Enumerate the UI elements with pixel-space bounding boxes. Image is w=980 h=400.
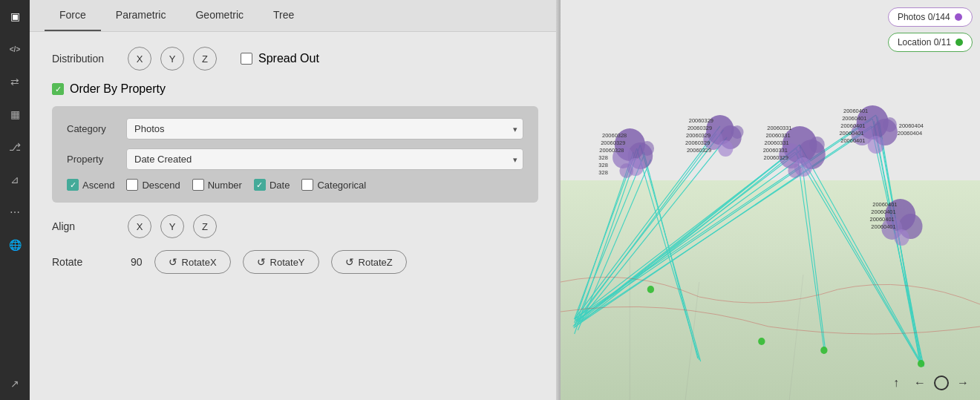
hierarchy-icon[interactable]: ⎇ xyxy=(4,137,25,157)
number-checkbox[interactable] xyxy=(192,179,204,191)
rotate-z-icon: ↺ xyxy=(345,256,354,268)
svg-text:20060328: 20060328 xyxy=(602,132,627,139)
svg-text:20060404: 20060404 xyxy=(898,130,923,137)
svg-point-70 xyxy=(883,117,897,132)
property-select[interactable]: Date Created Date Modified File Size Nam… xyxy=(126,148,523,170)
rotate-x-icon: ↺ xyxy=(169,256,177,268)
svg-point-49 xyxy=(731,125,744,139)
rotate-x-button[interactable]: ↺ RotateX xyxy=(154,250,231,274)
main-panel: Force Parametric Geometric Tree Distribu… xyxy=(30,0,561,400)
distribution-row: Distribution X Y Z Spread Out xyxy=(52,47,538,71)
svg-point-59 xyxy=(809,137,825,153)
svg-text:20060329: 20060329 xyxy=(687,147,711,154)
category-row: Category Photos Location Tags ▾ xyxy=(67,118,523,140)
location-badge[interactable]: Location 0/11 xyxy=(888,33,973,52)
tab-geometric[interactable]: Geometric xyxy=(180,0,258,31)
axis-x-button[interactable]: X xyxy=(128,47,151,71)
ascend-checkbox[interactable] xyxy=(67,179,79,191)
tab-bar: Force Parametric Geometric Tree xyxy=(30,0,561,32)
ascend-label: Ascend xyxy=(82,180,114,191)
tab-tree[interactable]: Tree xyxy=(258,0,309,31)
svg-text:20060329: 20060329 xyxy=(685,140,710,146)
transfer-icon[interactable]: ⇄ xyxy=(4,71,25,92)
svg-point-69 xyxy=(868,136,884,154)
align-z-button[interactable]: Z xyxy=(193,214,217,238)
number-label: Number xyxy=(208,180,242,191)
nav-right-icon[interactable]: → xyxy=(953,373,973,393)
file-icon[interactable]: ▣ xyxy=(4,6,25,27)
rotate-value: 90 xyxy=(131,256,143,268)
align-y-button[interactable]: Y xyxy=(160,214,184,238)
export-icon[interactable]: ↗ xyxy=(4,373,25,394)
panel-content: Distribution X Y Z Spread Out Order By P… xyxy=(30,32,561,400)
svg-text:20060401: 20060401 xyxy=(872,201,897,208)
code-icon[interactable]: </> xyxy=(4,39,25,59)
tab-force[interactable]: Force xyxy=(45,0,101,31)
svg-text:20060329: 20060329 xyxy=(687,125,712,131)
align-x-button[interactable]: X xyxy=(128,214,151,238)
descend-option[interactable]: Descend xyxy=(126,179,180,191)
order-by-checkbox[interactable] xyxy=(52,83,64,95)
property-config-box: Category Photos Location Tags ▾ Property… xyxy=(52,106,538,203)
nav-center-icon[interactable] xyxy=(934,376,949,390)
filter-icon[interactable]: ⊿ xyxy=(4,169,25,190)
svg-point-60 xyxy=(788,163,802,178)
svg-text:20060331: 20060331 xyxy=(765,140,789,146)
spread-out-checkbox[interactable] xyxy=(241,53,252,65)
svg-text:328: 328 xyxy=(598,169,607,176)
distribution-label: Distribution xyxy=(52,53,119,65)
svg-line-14 xyxy=(576,150,801,321)
svg-text:20060401: 20060401 xyxy=(840,137,865,144)
svg-text:20060401: 20060401 xyxy=(839,130,863,137)
property-select-wrapper: Date Created Date Modified File Size Nam… xyxy=(126,148,523,170)
spread-out-container: Spread Out xyxy=(241,52,319,65)
category-select-wrapper: Photos Location Tags ▾ xyxy=(126,118,523,140)
tab-parametric[interactable]: Parametric xyxy=(101,0,181,31)
date-label: Date xyxy=(270,180,290,191)
svg-point-48 xyxy=(718,140,734,157)
grid-icon[interactable]: ▦ xyxy=(4,104,25,125)
descend-label: Descend xyxy=(142,180,180,191)
svg-point-81 xyxy=(894,229,909,246)
number-option[interactable]: Number xyxy=(192,179,242,191)
network-icon[interactable]: ⋯ xyxy=(4,202,25,223)
svg-point-37 xyxy=(640,141,654,156)
nav-left-icon[interactable]: ← xyxy=(910,373,930,393)
svg-text:20060329: 20060329 xyxy=(764,154,788,161)
svg-text:20060329: 20060329 xyxy=(686,132,710,139)
svg-text:20060329: 20060329 xyxy=(689,117,713,124)
property-label: Property xyxy=(67,154,119,165)
rotate-row: Rotate 90 ↺ RotateX ↺ RotateY ↺ RotateZ xyxy=(52,250,538,274)
globe-icon[interactable]: 🌐 xyxy=(4,235,25,255)
ascend-option[interactable]: Ascend xyxy=(67,179,114,191)
svg-point-86 xyxy=(647,286,654,293)
svg-point-88 xyxy=(820,347,827,354)
svg-point-87 xyxy=(758,338,765,345)
date-option[interactable]: Date xyxy=(254,179,290,191)
svg-point-38 xyxy=(619,163,633,178)
rotate-z-button[interactable]: ↺ RotateZ xyxy=(331,250,407,274)
photos-badge-dot xyxy=(955,13,962,21)
rotate-y-icon: ↺ xyxy=(257,256,266,268)
category-label: Category xyxy=(67,123,119,134)
svg-text:20060401: 20060401 xyxy=(843,108,868,114)
axis-y-button[interactable]: Y xyxy=(160,47,184,71)
svg-point-89 xyxy=(918,360,924,367)
nav-up-icon[interactable]: ↑ xyxy=(886,373,906,393)
photos-badge[interactable]: Photos 0/144 xyxy=(888,7,973,27)
rotate-label: Rotate xyxy=(52,256,119,268)
categorical-checkbox[interactable] xyxy=(301,179,313,191)
date-checkbox[interactable] xyxy=(254,179,266,191)
categorical-option[interactable]: Categorical xyxy=(301,179,366,191)
photos-badge-label: Photos 0/144 xyxy=(898,12,950,22)
svg-text:20060331: 20060331 xyxy=(767,125,791,131)
sort-options-row: Ascend Descend Number Date Categorical xyxy=(67,179,523,191)
svg-text:20060401: 20060401 xyxy=(840,122,865,129)
nav-controls: ↑ ← → xyxy=(886,373,973,393)
sidebar: ▣ </> ⇄ ▦ ⎇ ⊿ ⋯ 🌐 ↗ xyxy=(0,0,30,400)
category-select[interactable]: Photos Location Tags xyxy=(126,118,523,140)
rotate-y-button[interactable]: ↺ RotateY xyxy=(243,250,319,274)
axis-z-button[interactable]: Z xyxy=(193,47,217,71)
descend-checkbox[interactable] xyxy=(126,179,138,191)
align-row: Align X Y Z xyxy=(52,214,538,238)
